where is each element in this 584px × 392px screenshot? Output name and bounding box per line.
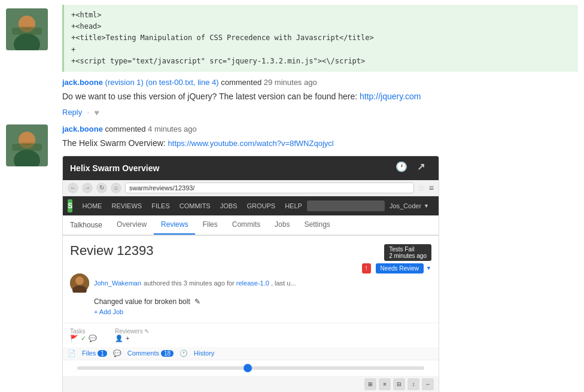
- star-icon[interactable]: ☆: [418, 183, 425, 193]
- nav-search-input[interactable]: [307, 200, 385, 211]
- comment2-meta: jack.boone commented 4 minutes ago: [62, 124, 578, 133]
- edit-reviewers-icon[interactable]: ✎: [144, 328, 149, 335]
- svg-rect-9: [12, 144, 42, 151]
- comment1-section: +<html> +<head> +<title>Testing Manipula…: [0, 0, 584, 117]
- nav-files[interactable]: FILES: [147, 196, 175, 215]
- reviewers-stat: Reviewers ✎ 👤 +: [115, 328, 149, 342]
- reviewer-avatar-icon: 👤: [115, 335, 123, 342]
- tasks-stat: Tasks 🚩 ✓ 💬: [70, 328, 97, 342]
- nav-jobs[interactable]: JOBS: [215, 196, 242, 215]
- diff-slider-thumb[interactable]: [244, 364, 252, 372]
- fail-badge: !: [362, 263, 371, 274]
- add-reviewer-icon[interactable]: +: [126, 335, 129, 342]
- home-button[interactable]: ⌂: [111, 183, 121, 193]
- reviewers-icons: 👤 +: [115, 335, 149, 342]
- comment-tab-icon: 💬: [113, 350, 121, 357]
- share-icon[interactable]: ↗: [417, 161, 431, 175]
- diff-icon-4[interactable]: ↕: [407, 378, 419, 390]
- diff-main-toolbar: ⊞ ≡ ⊟ ↕ ↔: [63, 376, 439, 392]
- user-chevron-icon[interactable]: ▼: [424, 203, 429, 209]
- review-author-avatar: [70, 274, 89, 293]
- like-icon[interactable]: ♥: [95, 108, 99, 117]
- comment2-link[interactable]: https://www.youtube.com/watch?v=8fWNZqoj…: [168, 139, 334, 148]
- comment1-link[interactable]: http://jquery.com: [360, 92, 421, 101]
- swarm-stats: Tasks 🚩 ✓ 💬 Reviewers ✎ 👤: [63, 323, 439, 347]
- swarm-project: Talkhouse: [70, 221, 110, 229]
- yt-title-icons: 🕐 ↗: [396, 161, 431, 175]
- browser-bar: ← → ↻ ⌂ swarm/reviews/12393/ ☆ ≡: [63, 180, 439, 196]
- flag-icon: 🚩: [70, 335, 78, 342]
- change-desc: Changed value for broken bolt ✎: [94, 297, 431, 306]
- tab-jobs[interactable]: Jobs: [267, 215, 297, 235]
- review-author-name[interactable]: John_Wakeman: [94, 279, 141, 287]
- add-job-button[interactable]: + Add Job: [94, 308, 431, 315]
- reply-link[interactable]: Reply: [62, 108, 82, 117]
- tasks-icons: 🚩 ✓ 💬: [70, 335, 97, 342]
- back-button[interactable]: ←: [68, 183, 78, 193]
- diff-icon-2[interactable]: ≡: [379, 378, 391, 390]
- code-line-1: +<html>: [71, 10, 571, 21]
- files-tab-icon: 📄: [68, 350, 76, 357]
- comment2-section: jack.boone commented 4 minutes ago The H…: [0, 117, 584, 392]
- nav-commits[interactable]: COMMITS: [175, 196, 215, 215]
- comments-tab[interactable]: Comments 18: [127, 350, 174, 357]
- avatar-face-1: [6, 8, 48, 50]
- needs-review-badge[interactable]: Needs Review: [376, 263, 424, 274]
- diff-slider-track: [77, 366, 424, 370]
- comment2-action-text: commented 4 minutes ago: [105, 124, 197, 133]
- diff-icon-3[interactable]: ⊟: [393, 378, 405, 390]
- tab-reviews[interactable]: Reviews: [154, 215, 195, 235]
- tab-commits[interactable]: Commits: [225, 215, 267, 235]
- svg-rect-4: [12, 28, 42, 35]
- history-tab-icon: 🕐: [180, 350, 188, 357]
- browser-url[interactable]: swarm/reviews/12393/: [125, 183, 414, 193]
- tab-files[interactable]: Files: [195, 215, 224, 235]
- nav-home[interactable]: HOME: [77, 196, 107, 215]
- yt-title-bar: Helix Swarm Overview 🕐 ↗: [63, 156, 439, 180]
- clock-icon[interactable]: 🕐: [396, 161, 410, 175]
- files-tab[interactable]: Files 1: [82, 350, 107, 357]
- tab-overview[interactable]: Overview: [110, 215, 154, 235]
- review-title: Review 12393: [70, 243, 153, 259]
- nav-reviews[interactable]: REVIEWS: [107, 196, 147, 215]
- code-line-4: +: [71, 44, 571, 56]
- tests-fail-tooltip: Tests Fail 2 minutes ago: [384, 244, 431, 261]
- release-link[interactable]: release-1.0: [236, 279, 269, 287]
- tab-settings[interactable]: Settings: [297, 215, 337, 235]
- comment1-content: +<html> +<head> +<title>Testing Manipula…: [62, 5, 578, 117]
- tasks-label: Tasks: [70, 328, 97, 335]
- yt-title: Helix Swarm Overview: [70, 163, 159, 173]
- comment1-action: commented 29 minutes ago: [221, 78, 317, 87]
- comment2-username[interactable]: jack.boone: [62, 124, 103, 133]
- action-separator: -: [87, 108, 89, 117]
- diff-icon-5[interactable]: ↔: [422, 378, 434, 390]
- comment-icon: 💬: [89, 335, 97, 342]
- comment2-content: jack.boone commented 4 minutes ago The H…: [62, 124, 578, 392]
- code-line-5: +<script type="text/javascript" src="jqu…: [71, 56, 571, 67]
- nav-groups[interactable]: GROUPS: [242, 196, 280, 215]
- comment1-revision[interactable]: (revision 1) (on test-00.txt, line 4): [105, 78, 221, 87]
- files-badge: 1: [98, 350, 107, 357]
- history-tab[interactable]: History: [194, 350, 214, 357]
- badge-chevron-icon[interactable]: ▼: [426, 265, 431, 271]
- code-line-2: +<head>: [71, 21, 571, 32]
- comment1-meta: jack.boone (revision 1) (on test-00.txt,…: [62, 78, 578, 87]
- edit-icon[interactable]: ✎: [194, 297, 200, 306]
- diff-slider-container: [63, 360, 439, 376]
- menu-icon[interactable]: ≡: [429, 183, 434, 193]
- code-line-3: +<title>Testing Manipulation of CSS Prec…: [71, 32, 571, 44]
- code-block: +<html> +<head> +<title>Testing Manipula…: [62, 5, 578, 72]
- forward-button[interactable]: →: [82, 183, 93, 193]
- diff-icon-1[interactable]: ⊞: [364, 378, 376, 390]
- swarm-logo: S: [68, 199, 72, 212]
- nav-help[interactable]: HELP: [280, 196, 307, 215]
- review-badges: Tests Fail 2 minutes ago ! Needs Review …: [362, 244, 431, 274]
- youtube-preview: Helix Swarm Overview 🕐 ↗ ← → ↻ ⌂ swarm/r…: [62, 156, 439, 392]
- reload-button[interactable]: ↻: [96, 183, 107, 193]
- swarm-tabs: Talkhouse Overview Reviews Files Commits…: [63, 215, 439, 235]
- nav-user: Jos_Coder ▼: [385, 202, 434, 209]
- reviewers-label: Reviewers ✎: [115, 328, 149, 335]
- page-container: +<html> +<head> +<title>Testing Manipula…: [0, 0, 584, 392]
- comment1-text: Do we want to use this version of jQuery…: [62, 90, 578, 103]
- comment1-username[interactable]: jack.boone: [62, 78, 103, 87]
